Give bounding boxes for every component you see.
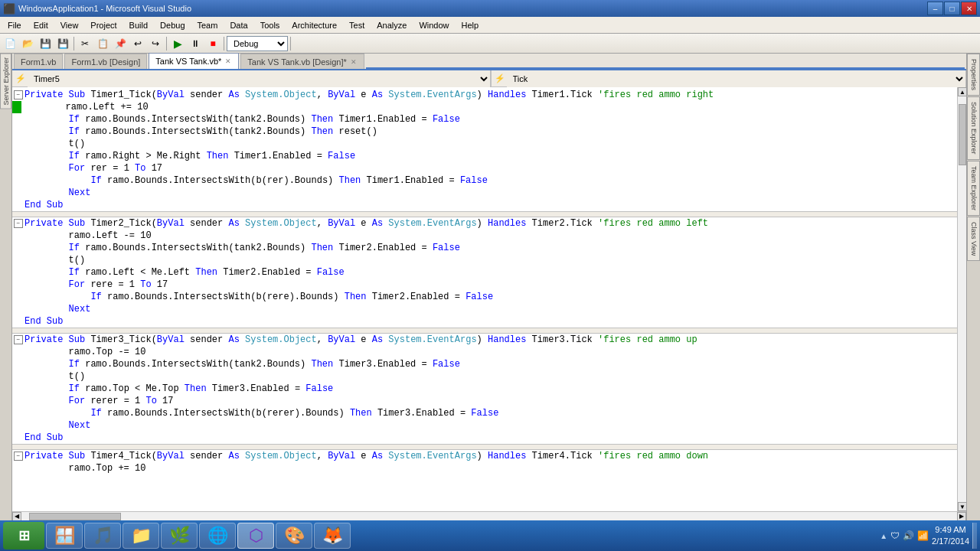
tab-tankvstank[interactable]: Tank VS Tank.vb* ✕ <box>149 53 239 69</box>
tray-time: 9:49 AM <box>932 524 969 536</box>
menu-window[interactable]: Window <box>413 17 455 33</box>
code-line: Next <box>12 187 957 199</box>
save-btn[interactable]: 💾 <box>37 35 54 52</box>
taskbar-firefox-alt-icon[interactable]: 🌐 <box>199 523 236 549</box>
code-line: t() <box>12 138 957 150</box>
menu-test[interactable]: Test <box>343 17 371 33</box>
code-line: If ramo.Bounds.IntersectsWith(tank2.Boun… <box>12 242 957 254</box>
code-line: − Private Sub Timer4_Tick(ByVal sender A… <box>12 450 957 462</box>
menu-edit[interactable]: Edit <box>28 17 54 33</box>
collapse-btn[interactable]: − <box>14 452 23 461</box>
app-icon: ⬛ <box>3 3 15 15</box>
paste-btn[interactable]: 📌 <box>112 35 129 52</box>
scroll-up-arrow[interactable]: ▲ <box>958 87 966 96</box>
taskbar-windows-icon[interactable]: 🪟 <box>46 523 83 549</box>
code-editor[interactable]: − Private Sub Timer1_Tick(ByVal sender A… <box>12 87 957 511</box>
tab-tankvstankdesign-close[interactable]: ✕ <box>350 57 358 67</box>
server-explorer-tab[interactable]: Server Explorer <box>0 54 11 109</box>
menu-view[interactable]: View <box>54 17 85 33</box>
code-line: − Private Sub Timer2_Tick(ByVal sender A… <box>12 217 957 230</box>
tab-tankvstankdesign[interactable]: Tank VS Tank.vb [Design]* ✕ <box>240 54 364 69</box>
scroll-left-arrow[interactable]: ◀ <box>12 512 21 521</box>
vertical-scrollbar[interactable]: ▲ ▼ <box>957 87 966 511</box>
tab-form1vb-label: Form1.vb <box>21 57 56 67</box>
code-line: If ramo.Right > Me.Right Then Timer1.Ena… <box>12 150 957 162</box>
code-line: For rere = 1 To 17 <box>12 279 957 291</box>
title-text: WindowsApplication1 - Microsoft Visual S… <box>18 4 927 13</box>
tab-tankvstank-label: Tank VS Tank.vb* <box>155 57 221 66</box>
minimize-button[interactable]: – <box>927 2 943 15</box>
tab-tankvstank-close[interactable]: ✕ <box>224 57 232 66</box>
tray-arrow[interactable]: ▲ <box>880 532 887 540</box>
code-line: If ramo.Bounds.IntersectsWith(b(rerer).B… <box>12 407 957 419</box>
code-line: If ramo.Left < Me.Left Then Timer2.Enabl… <box>12 266 957 279</box>
undo-btn[interactable]: ↩ <box>129 35 146 52</box>
new-project-btn[interactable]: 📄 <box>2 35 18 52</box>
start-button[interactable]: ⊞ <box>3 522 44 549</box>
menu-tools[interactable]: Tools <box>254 17 286 33</box>
save-all-btn[interactable]: 💾 <box>54 35 71 52</box>
tab-tankvstankdesign-label: Tank VS Tank.vb [Design]* <box>247 57 346 67</box>
taskbar-paint-icon[interactable]: 🎨 <box>276 523 312 549</box>
collapse-btn[interactable]: − <box>14 90 23 99</box>
taskbar-firefox-icon[interactable]: 🦊 <box>314 523 351 549</box>
code-line: − Private Sub Timer3_Tick(ByVal sender A… <box>12 334 957 346</box>
maximize-button[interactable]: □ <box>944 2 960 15</box>
tab-form1design-label: Form1.vb [Design] <box>71 57 140 67</box>
code-line: − Private Sub Timer1_Tick(ByVal sender A… <box>12 89 957 101</box>
section-divider <box>12 328 957 334</box>
properties-tab[interactable]: Properties <box>967 54 980 96</box>
method-dropdown[interactable]: Tick <box>507 70 967 87</box>
scroll-right-arrow[interactable]: ▶ <box>957 512 966 521</box>
copy-btn[interactable]: 📋 <box>94 35 111 52</box>
h-scroll-thumb[interactable] <box>29 513 121 520</box>
taskbar-vs-icon[interactable]: ⬡ <box>237 523 274 549</box>
left-panel: Server Explorer <box>0 54 12 520</box>
cut-btn[interactable]: ✂ <box>77 35 93 52</box>
toolbar: 📄 📂 💾 💾 ✂ 📋 📌 ↩ ↪ ▶ ⏸ ■ Debug Release <box>0 34 980 54</box>
scroll-down-arrow[interactable]: ▼ <box>958 502 966 511</box>
h-scroll-track <box>21 512 957 521</box>
code-line: If ramo.Bounds.IntersectsWith(tank2.Boun… <box>12 358 957 370</box>
solution-explorer-tab[interactable]: Solution Explorer <box>967 96 980 160</box>
tab-form1design[interactable]: Form1.vb [Design] <box>64 54 147 69</box>
section-divider <box>12 211 957 217</box>
object-dropdown[interactable]: Timer5 <box>28 70 491 87</box>
code-line: Next <box>12 303 957 315</box>
collapse-btn[interactable]: − <box>14 335 23 344</box>
menu-architecture[interactable]: Architecture <box>286 17 343 33</box>
menu-team[interactable]: Team <box>191 17 224 33</box>
start-btn[interactable]: ▶ <box>169 35 186 52</box>
team-explorer-tab[interactable]: Team Explorer <box>967 161 980 216</box>
code-line: End Sub <box>12 315 957 328</box>
menu-build[interactable]: Build <box>123 17 154 33</box>
stop-btn[interactable]: ■ <box>204 35 221 52</box>
menu-project[interactable]: Project <box>84 17 122 33</box>
tray-clock[interactable]: 9:49 AM 2/17/2014 <box>932 524 969 548</box>
menu-bar: File Edit View Project Build Debug Team … <box>0 17 980 34</box>
collapse-btn[interactable]: − <box>14 219 23 228</box>
code-line: If ramo.Bounds.IntersectsWith(tank2.Boun… <box>12 113 957 126</box>
menu-analyze[interactable]: Analyze <box>371 17 413 33</box>
taskbar-itunes-icon[interactable]: 🎵 <box>84 523 121 549</box>
menu-data[interactable]: Data <box>224 17 253 33</box>
code-line: End Sub <box>12 199 957 211</box>
pause-btn[interactable]: ⏸ <box>187 35 204 52</box>
menu-debug[interactable]: Debug <box>154 17 191 33</box>
show-desktop-btn[interactable] <box>972 523 977 549</box>
redo-btn[interactable]: ↪ <box>147 35 164 52</box>
code-line: t() <box>12 370 957 383</box>
menu-help[interactable]: Help <box>456 17 485 33</box>
open-btn[interactable]: 📂 <box>19 35 36 52</box>
class-view-tab[interactable]: Class View <box>967 217 980 261</box>
menu-file[interactable]: File <box>2 17 28 33</box>
code-line: ramo.Left -= 10 <box>12 230 957 242</box>
taskbar-worms-icon[interactable]: 🌿 <box>161 523 198 549</box>
horizontal-scrollbar[interactable]: ◀ ▶ <box>12 511 966 520</box>
tray-icon-2: 🔊 <box>903 530 914 541</box>
debug-mode-select[interactable]: Debug Release <box>227 36 288 51</box>
tab-form1vb[interactable]: Form1.vb <box>14 54 63 69</box>
taskbar-explorer-icon[interactable]: 📁 <box>122 523 159 549</box>
scroll-thumb[interactable] <box>959 104 966 165</box>
close-button[interactable]: ✕ <box>961 2 977 15</box>
